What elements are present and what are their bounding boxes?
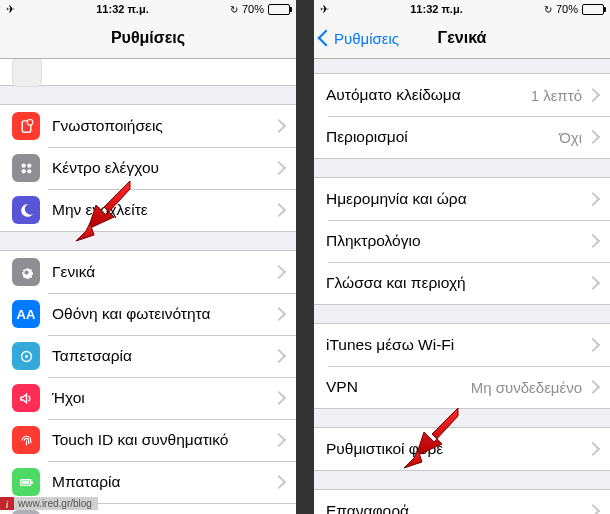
chevron-right-icon (272, 433, 286, 447)
moon-icon (12, 196, 40, 224)
chevron-right-icon (586, 442, 600, 456)
back-button[interactable]: Ρυθμίσεις (320, 18, 399, 58)
nav-title: Ρυθμίσεις (111, 29, 185, 47)
chevron-right-icon (272, 391, 286, 405)
orientation-lock-icon: ↻ (230, 4, 238, 15)
row-label: Touch ID και συνθηματικό (52, 431, 274, 449)
nav-title: Γενικά (438, 29, 487, 47)
svg-point-8 (25, 355, 28, 358)
display-icon: AA (12, 300, 40, 328)
chevron-right-icon (586, 380, 600, 394)
row-general[interactable]: Γενικά (0, 251, 296, 293)
row-label: Μπαταρία (52, 473, 274, 491)
row-display[interactable]: AA Οθόνη και φωτεινότητα (0, 293, 296, 335)
row-reset[interactable]: Επαναφορά (314, 490, 610, 514)
row-label: Πληκτρολόγιο (326, 232, 588, 250)
chevron-right-icon (586, 338, 600, 352)
row-label: Ρυθμιστικοί φορε (326, 440, 588, 458)
chevron-right-icon (272, 307, 286, 321)
svg-rect-11 (22, 481, 29, 484)
row-label: Γενικά (52, 263, 274, 281)
row-wallpaper[interactable]: Ταπετσαρία (0, 335, 296, 377)
battery-icon (582, 4, 604, 15)
row-control-center[interactable]: Κέντρο ελέγχου (0, 147, 296, 189)
row-itunes-wifi[interactable]: iTunes μέσω Wi-Fi (314, 324, 610, 366)
status-bar: ✈ 11:32 π.μ. ↻ 70% (314, 0, 610, 18)
row-datetime[interactable]: Ημερομηνία και ώρα (314, 178, 610, 220)
chevron-right-icon (272, 119, 286, 133)
nav-bar: Ρυθμίσεις Γενικά (314, 18, 610, 59)
row-language[interactable]: Γλώσσα και περιοχή (314, 262, 610, 304)
sounds-icon (12, 384, 40, 412)
settings-list[interactable]: Γνωστοποιήσεις Κέντρο ελέγχου Μην ενοχλε… (0, 59, 296, 514)
row-value: Μη συνδεδεμένο (471, 379, 582, 396)
row-carrier[interactable]: Ρυθμιστικοί φορε (314, 428, 610, 470)
row-label: iTunes μέσω Wi-Fi (326, 336, 588, 354)
battery-percent: 70% (556, 3, 578, 15)
svg-point-4 (21, 169, 25, 173)
svg-point-2 (21, 163, 25, 167)
svg-point-1 (27, 119, 33, 125)
row-label: Ήχοι (52, 389, 274, 407)
row-dnd[interactable]: Μην ενοχλείτε (0, 189, 296, 231)
status-time: 11:32 π.μ. (410, 3, 462, 15)
chevron-right-icon (586, 504, 600, 514)
gear-icon (12, 258, 40, 286)
row-label: Γνωστοποιήσεις (52, 117, 274, 135)
chevron-right-icon (586, 130, 600, 144)
chevron-right-icon (272, 349, 286, 363)
chevron-right-icon (272, 265, 286, 279)
row-label: Αυτόματο κλείδωμα (326, 86, 531, 104)
row-touchid[interactable]: Touch ID και συνθηματικό (0, 419, 296, 461)
phone-left-settings: ✈ 11:32 π.μ. ↻ 70% Ρυθμίσεις (0, 0, 296, 514)
row-vpn[interactable]: VPN Μη συνδεδεμένο (314, 366, 610, 408)
chevron-right-icon (586, 88, 600, 102)
svg-rect-10 (31, 481, 32, 484)
row-restrictions[interactable]: Περιορισμοί Όχι (314, 116, 610, 158)
chevron-right-icon (272, 475, 286, 489)
chevron-left-icon (318, 30, 335, 47)
row-value: 1 λεπτό (531, 87, 582, 104)
general-list[interactable]: Αυτόματο κλείδωμα 1 λεπτό Περιορισμοί Όχ… (314, 59, 610, 514)
row-label: Ημερομηνία και ώρα (326, 190, 588, 208)
row-value: Όχι (559, 129, 582, 146)
row-label: Κέντρο ελέγχου (52, 159, 274, 177)
row-notifications[interactable]: Γνωστοποιήσεις (0, 105, 296, 147)
row-keyboard[interactable]: Πληκτρολόγιο (314, 220, 610, 262)
battery-percent: 70% (242, 3, 264, 15)
battery-icon (268, 4, 290, 15)
row-autolock[interactable]: Αυτόματο κλείδωμα 1 λεπτό (314, 74, 610, 116)
row-label: Μην ενοχλείτε (52, 201, 274, 219)
chevron-right-icon (272, 203, 286, 217)
notifications-icon (12, 112, 40, 140)
row-label: VPN (326, 378, 471, 396)
phone-right-general: ✈ 11:32 π.μ. ↻ 70% Ρυθμίσεις Γενικά Αυτό… (314, 0, 610, 514)
row-label: Οθόνη και φωτεινότητα (52, 305, 274, 323)
row-sounds[interactable]: Ήχοι (0, 377, 296, 419)
svg-point-5 (27, 169, 31, 173)
nav-bar: Ρυθμίσεις (0, 18, 296, 59)
airplane-mode-icon: ✈ (320, 3, 329, 16)
back-label: Ρυθμίσεις (334, 30, 399, 47)
wallpaper-icon (12, 342, 40, 370)
list-item-partial[interactable] (0, 59, 296, 86)
row-label: Επαναφορά (326, 502, 588, 514)
row-label: Γλώσσα και περιοχή (326, 274, 588, 292)
fingerprint-icon (12, 426, 40, 454)
chevron-right-icon (586, 192, 600, 206)
svg-point-3 (27, 163, 31, 167)
app-icon (12, 59, 42, 87)
privacy-icon (12, 510, 40, 514)
status-time: 11:32 π.μ. (96, 3, 148, 15)
battery-icon (12, 468, 40, 496)
status-bar: ✈ 11:32 π.μ. ↻ 70% (0, 0, 296, 18)
orientation-lock-icon: ↻ (544, 4, 552, 15)
airplane-mode-icon: ✈ (6, 3, 15, 16)
watermark: www.ired.gr/blog (0, 497, 98, 510)
chevron-right-icon (586, 234, 600, 248)
svg-point-6 (24, 270, 28, 274)
chevron-right-icon (586, 276, 600, 290)
chevron-right-icon (272, 161, 286, 175)
row-label: Ταπετσαρία (52, 347, 274, 365)
row-label: Περιορισμοί (326, 128, 559, 146)
